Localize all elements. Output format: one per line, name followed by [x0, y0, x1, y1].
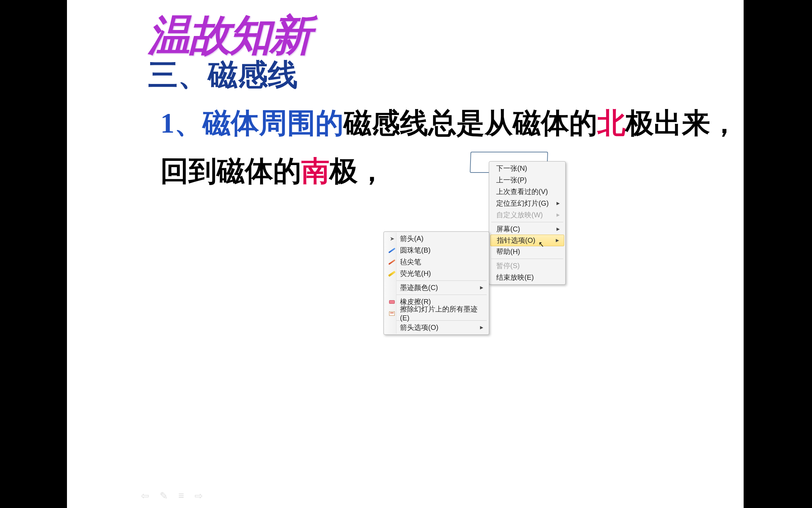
text-fragment: 极， — [330, 156, 386, 187]
menu-next-slide[interactable]: 下一张(N) — [490, 163, 565, 174]
pointer-arrow-icon: ➤ — [387, 233, 397, 244]
menu-separator — [386, 295, 487, 295]
submenu-felt-tip[interactable]: 毡尖笔 — [385, 256, 488, 268]
ink-color-icon — [387, 282, 397, 294]
pointer-options-submenu[interactable]: ➤ 箭头(A) 圆珠笔(B) 毡尖笔 荧光笔(H) 墨迹颜色(C)▶ 橡皮擦(R… — [383, 231, 489, 335]
list-number: 1、 — [160, 108, 203, 139]
menu-pause: 暂停(S) — [490, 260, 565, 272]
submenu-erase-all-ink[interactable]: 擦除幻灯片上的所有墨迹(E) — [385, 308, 488, 319]
ballpoint-pen-icon — [387, 244, 397, 256]
menu-pointer-options[interactable]: 指针选项(O)▶ — [490, 235, 564, 246]
nav-next-button[interactable]: ⇨ — [195, 490, 203, 502]
submenu-arrow-icon: ▶ — [480, 283, 483, 292]
menu-separator — [386, 280, 487, 281]
text-north: 北 — [597, 108, 626, 139]
nav-menu-button[interactable]: ≡ — [178, 490, 184, 502]
menu-last-viewed[interactable]: 上次查看过的(V) — [490, 186, 565, 198]
text-fragment: 磁感线总是从磁体的 — [344, 108, 597, 139]
submenu-highlighter[interactable]: 荧光笔(H) — [385, 268, 488, 279]
submenu-arrow-icon: ▶ — [556, 211, 560, 219]
menu-separator — [491, 222, 563, 222]
submenu-arrow-icon: ▶ — [556, 236, 559, 245]
highlighter-icon — [387, 268, 397, 279]
menu-separator — [491, 259, 563, 259]
slideshow-canvas[interactable]: 温故知新 三、磁感线 1、磁体周围的磁感线总是从磁体的北极出来， 回到磁体的南极… — [67, 0, 744, 508]
mouse-cursor-icon: ↖ — [539, 240, 544, 249]
slide-body-text: 1、磁体周围的磁感线总是从磁体的北极出来， 回到磁体的南极， — [160, 101, 781, 194]
nav-prev-button[interactable]: ⇦ — [141, 490, 149, 502]
submenu-arrow-options[interactable]: 箭头选项(O)▶ — [385, 322, 488, 333]
submenu-arrow-icon: ▶ — [480, 323, 483, 332]
menu-help[interactable]: 帮助(H) — [490, 246, 565, 258]
text-fragment: 极出来， — [626, 108, 738, 139]
menu-end-show[interactable]: 结束放映(E) — [490, 272, 565, 283]
menu-prev-slide[interactable]: 上一张(P) — [490, 174, 565, 186]
submenu-ballpoint[interactable]: 圆珠笔(B) — [385, 244, 488, 256]
text-fragment: 回到磁体的 — [160, 156, 301, 187]
nav-pen-button[interactable]: ✎ — [160, 490, 168, 502]
text-fragment: 磁体周围的 — [203, 108, 344, 139]
submenu-ink-color[interactable]: 墨迹颜色(C)▶ — [385, 282, 488, 294]
submenu-arrow-icon: ▶ — [556, 199, 560, 208]
felt-tip-pen-icon — [387, 256, 397, 268]
slideshow-nav-toolbar[interactable]: ⇦ ✎ ≡ ⇨ — [141, 490, 203, 502]
arrow-options-icon — [387, 322, 397, 333]
eraser-icon — [387, 296, 397, 308]
menu-goto-slide[interactable]: 定位至幻灯片(G)▶ — [490, 198, 565, 209]
submenu-arrow-icon: ▶ — [556, 225, 560, 234]
text-south: 南 — [301, 156, 330, 187]
menu-custom-show: 自定义放映(W)▶ — [490, 209, 565, 221]
submenu-arrow[interactable]: ➤ 箭头(A) — [385, 233, 488, 244]
menu-screen[interactable]: 屏幕(C)▶ — [490, 223, 565, 235]
erase-all-icon — [387, 308, 397, 319]
slide-section-heading: 三、磁感线 — [148, 55, 298, 95]
slideshow-context-menu[interactable]: 下一张(N) 上一张(P) 上次查看过的(V) 定位至幻灯片(G)▶ 自定义放映… — [489, 161, 566, 285]
